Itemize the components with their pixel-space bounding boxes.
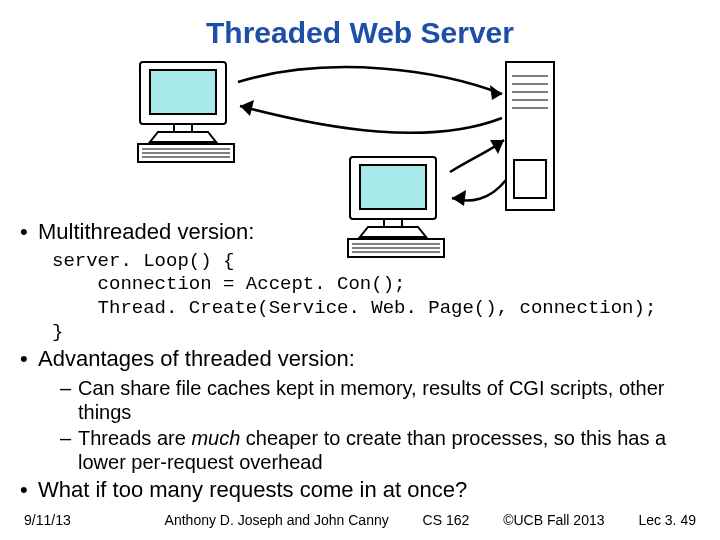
subbullet-threads-cheaper: Threads are much cheaper to create than … [60,426,700,474]
svg-rect-9 [360,165,426,209]
subbullet-share-caches: Can share file caches kept in memory, re… [60,376,700,424]
code-line: server. Loop() { [52,250,234,272]
slide: Threaded Web Server [0,0,720,540]
bullet-too-many-requests: What if too many requests come in at onc… [20,476,700,504]
svg-marker-26 [452,190,466,206]
emphasis: much [191,427,240,449]
svg-rect-22 [514,160,546,198]
connection-arrows-icon [238,67,502,133]
code-block: server. Loop() { connection = Accept. Co… [52,250,700,345]
code-line: } [52,321,63,343]
footer-authors: Anthony D. Joseph and John Canny [165,512,389,528]
footer-date: 9/11/13 [24,512,71,528]
bullet-advantages: Advantages of threaded version: [20,345,700,373]
connection-arrows-icon [450,140,506,206]
text-fragment: Threads are [78,427,191,449]
server-icon [506,62,554,210]
svg-marker-24 [240,100,254,116]
footer-course: CS 162 [423,512,470,528]
svg-rect-2 [174,124,192,132]
code-line: Thread. Create(Service. Web. Page(), con… [52,297,656,319]
content-body: Multithreaded version: server. Loop() { … [20,218,700,508]
code-line: connection = Accept. Con(); [52,273,405,295]
slide-title: Threaded Web Server [0,16,720,50]
footer-copyright: ©UCB Fall 2013 [503,512,604,528]
client-computer-icon [138,62,234,162]
svg-marker-3 [150,132,216,142]
svg-rect-1 [150,70,216,114]
footer-lecture: Lec 3. 49 [638,512,696,528]
slide-footer: 9/11/13 Anthony D. Joseph and John Canny… [24,512,696,528]
bullet-multithreaded: Multithreaded version: [20,218,700,246]
